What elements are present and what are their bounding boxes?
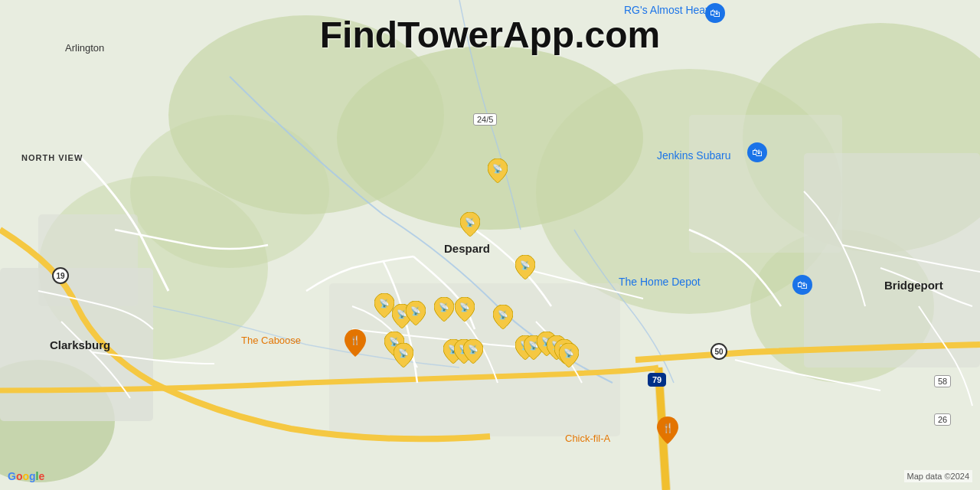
google-logo: Google (8, 470, 44, 482)
tower-marker-6[interactable]: 📡 (406, 301, 426, 325)
tower-marker-8[interactable]: 📡 (455, 297, 475, 322)
tower-marker-2[interactable]: 📡 (460, 212, 480, 237)
svg-text:📡: 📡 (398, 348, 409, 358)
svg-text:🛍: 🛍 (710, 7, 720, 19)
svg-text:📡: 📡 (410, 305, 421, 316)
svg-text:🍴: 🍴 (350, 335, 361, 345)
svg-text:📡: 📡 (468, 344, 479, 354)
tower-marker-7[interactable]: 📡 (434, 297, 454, 322)
tower-marker-1[interactable]: 📡 (488, 158, 508, 183)
svg-rect-10 (38, 214, 138, 306)
svg-text:📡: 📡 (564, 348, 574, 358)
tower-marker-14[interactable]: 📡 (463, 339, 483, 364)
tower-marker-11[interactable]: 📡 (394, 343, 413, 368)
poi-marker-caboose[interactable]: 🍴 (345, 329, 366, 357)
tower-marker-3[interactable]: 📡 (515, 255, 535, 279)
poi-marker-chickfila[interactable]: 🍴 (657, 416, 678, 444)
svg-rect-13 (689, 115, 842, 253)
svg-text:📡: 📡 (520, 260, 531, 270)
svg-text:📡: 📡 (459, 302, 470, 312)
tower-marker-20[interactable]: 📡 (559, 343, 579, 368)
svg-point-8 (130, 115, 329, 268)
svg-text:📡: 📡 (498, 309, 508, 320)
svg-text:📡: 📡 (379, 298, 390, 309)
svg-text:📡: 📡 (439, 302, 449, 312)
map-background (0, 0, 980, 490)
shop-marker-homedepot[interactable]: 🛍 (792, 274, 813, 302)
map-container[interactable]: FindTowerApp.com Arlington NORTH VIEW Cl… (0, 0, 980, 490)
shop-marker-jenkins[interactable]: 🛍 (746, 142, 768, 169)
svg-text:🍴: 🍴 (662, 422, 674, 433)
svg-text:📡: 📡 (465, 217, 475, 227)
tower-marker-9[interactable]: 📡 (493, 305, 513, 329)
svg-text:📡: 📡 (492, 163, 503, 174)
svg-text:🛍: 🛍 (797, 279, 808, 291)
map-attribution: Map data ©2024 (904, 470, 973, 482)
shop-marker-rgs[interactable]: 🛍 (704, 2, 726, 30)
svg-text:🛍: 🛍 (752, 146, 763, 158)
